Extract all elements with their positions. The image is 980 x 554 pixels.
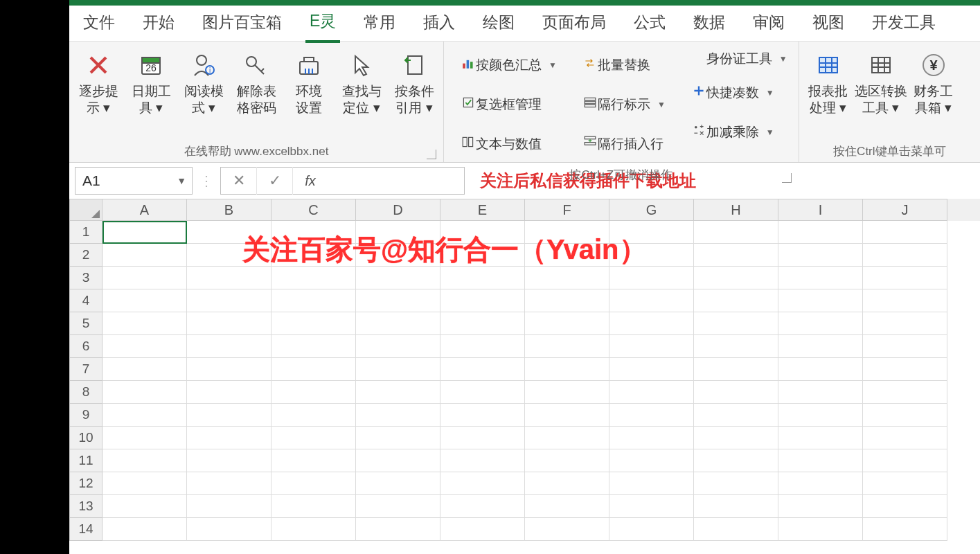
row-header-8[interactable]: 8 bbox=[69, 381, 103, 404]
cell-D6[interactable] bbox=[356, 335, 440, 358]
cell-E6[interactable] bbox=[440, 335, 525, 358]
command-table-blue[interactable]: 报表批 处理 ▾ bbox=[803, 44, 853, 119]
cell-G14[interactable] bbox=[609, 518, 694, 541]
cell-C14[interactable] bbox=[271, 518, 356, 541]
cell-G4[interactable] bbox=[609, 289, 694, 312]
cell-H2[interactable] bbox=[694, 244, 778, 267]
cell-B12[interactable] bbox=[187, 472, 271, 495]
cell-D12[interactable] bbox=[356, 472, 440, 495]
command-person[interactable]: i阅读模 式 ▾ bbox=[179, 44, 229, 119]
cell-G9[interactable] bbox=[609, 404, 694, 427]
cell-H12[interactable] bbox=[694, 472, 778, 495]
cell-J7[interactable] bbox=[863, 358, 947, 381]
command-复选框管理[interactable]: 复选框管理 bbox=[454, 87, 558, 122]
cell-I13[interactable] bbox=[778, 495, 863, 518]
tab-E灵[interactable]: E灵 bbox=[305, 3, 340, 43]
tab-视图[interactable]: 视图 bbox=[808, 5, 848, 42]
cell-B2[interactable] bbox=[187, 244, 271, 267]
cell-G3[interactable] bbox=[609, 267, 694, 289]
cell-I4[interactable] bbox=[778, 289, 863, 312]
row-header-2[interactable]: 2 bbox=[69, 244, 103, 267]
col-header-J[interactable]: J bbox=[863, 199, 947, 221]
tab-图片百宝箱[interactable]: 图片百宝箱 bbox=[198, 5, 286, 42]
command-批量替换[interactable]: 批量替换 bbox=[576, 47, 667, 82]
command-toolbox[interactable]: 环境 设置 bbox=[284, 44, 334, 119]
cell-E11[interactable] bbox=[440, 449, 525, 472]
command-x-red[interactable]: 逐步提 示 ▾ bbox=[73, 44, 123, 119]
cell-H1[interactable] bbox=[694, 221, 778, 244]
cell-I14[interactable] bbox=[778, 518, 863, 541]
cell-C4[interactable] bbox=[271, 289, 356, 312]
fx-icon[interactable]: fx bbox=[293, 173, 328, 189]
cell-I2[interactable] bbox=[778, 244, 863, 267]
col-header-G[interactable]: G bbox=[609, 199, 694, 221]
cell-G5[interactable] bbox=[609, 312, 694, 335]
cell-D11[interactable] bbox=[356, 449, 440, 472]
tab-数据[interactable]: 数据 bbox=[689, 5, 729, 42]
cell-H4[interactable] bbox=[694, 289, 778, 312]
cell-H6[interactable] bbox=[694, 335, 778, 358]
cell-E12[interactable] bbox=[440, 472, 525, 495]
cell-G12[interactable] bbox=[609, 472, 694, 495]
cell-C10[interactable] bbox=[271, 427, 356, 449]
cell-F11[interactable] bbox=[525, 449, 609, 472]
row-header-5[interactable]: 5 bbox=[69, 312, 103, 335]
cell-A3[interactable] bbox=[103, 267, 187, 289]
cell-G10[interactable] bbox=[609, 427, 694, 449]
cell-C12[interactable] bbox=[271, 472, 356, 495]
cell-C13[interactable] bbox=[271, 495, 356, 518]
cell-H14[interactable] bbox=[694, 518, 778, 541]
cell-F8[interactable] bbox=[525, 381, 609, 404]
command-yen[interactable]: ¥财务工 具箱 ▾ bbox=[909, 44, 959, 119]
cell-A9[interactable] bbox=[103, 404, 187, 427]
row-header-9[interactable]: 9 bbox=[69, 404, 103, 427]
cell-G8[interactable] bbox=[609, 381, 694, 404]
cell-B8[interactable] bbox=[187, 381, 271, 404]
cell-E1[interactable] bbox=[440, 221, 525, 244]
tab-常用[interactable]: 常用 bbox=[359, 5, 400, 42]
cell-F1[interactable] bbox=[525, 221, 609, 244]
col-header-B[interactable]: B bbox=[187, 199, 271, 221]
name-box[interactable]: A1▼ bbox=[75, 167, 193, 195]
cell-J10[interactable] bbox=[863, 427, 947, 449]
cell-H11[interactable] bbox=[694, 449, 778, 472]
cell-J11[interactable] bbox=[863, 449, 947, 472]
cell-E10[interactable] bbox=[440, 427, 525, 449]
cell-E2[interactable] bbox=[440, 244, 525, 267]
tab-公式[interactable]: 公式 bbox=[630, 5, 670, 42]
cell-I10[interactable] bbox=[778, 427, 863, 449]
cell-G7[interactable] bbox=[609, 358, 694, 381]
cell-G11[interactable] bbox=[609, 449, 694, 472]
cell-H3[interactable] bbox=[694, 267, 778, 289]
command-key[interactable]: 解除表 格密码 bbox=[231, 44, 281, 119]
cell-A12[interactable] bbox=[103, 472, 187, 495]
cell-F13[interactable] bbox=[525, 495, 609, 518]
cell-I3[interactable] bbox=[778, 267, 863, 289]
tab-审阅[interactable]: 审阅 bbox=[749, 5, 789, 42]
col-header-D[interactable]: D bbox=[356, 199, 440, 221]
cell-C1[interactable] bbox=[271, 221, 356, 244]
cell-H7[interactable] bbox=[694, 358, 778, 381]
select-all-corner[interactable] bbox=[69, 199, 103, 221]
cell-F10[interactable] bbox=[525, 427, 609, 449]
cell-B1[interactable] bbox=[187, 221, 271, 244]
cell-J13[interactable] bbox=[863, 495, 947, 518]
command-grid[interactable]: 选区转换 工具 ▾ bbox=[856, 44, 906, 119]
cancel-icon[interactable]: ✕ bbox=[221, 167, 257, 195]
cell-H8[interactable] bbox=[694, 381, 778, 404]
row-header-14[interactable]: 14 bbox=[69, 518, 103, 541]
cell-A4[interactable] bbox=[103, 289, 187, 312]
cell-C8[interactable] bbox=[271, 381, 356, 404]
cell-E5[interactable] bbox=[440, 312, 525, 335]
cell-D2[interactable] bbox=[356, 244, 440, 267]
col-header-F[interactable]: F bbox=[525, 199, 609, 221]
command-文本与数值[interactable]: 文本与数值 bbox=[454, 126, 558, 161]
cell-B6[interactable] bbox=[187, 335, 271, 358]
row-header-12[interactable]: 12 bbox=[69, 472, 103, 495]
more-icon[interactable]: ⋮ bbox=[199, 172, 213, 189]
cell-G13[interactable] bbox=[609, 495, 694, 518]
cell-D4[interactable] bbox=[356, 289, 440, 312]
command-快捷凑数[interactable]: 快捷凑数▼ bbox=[684, 75, 789, 110]
cell-D14[interactable] bbox=[356, 518, 440, 541]
cell-J4[interactable] bbox=[863, 289, 947, 312]
